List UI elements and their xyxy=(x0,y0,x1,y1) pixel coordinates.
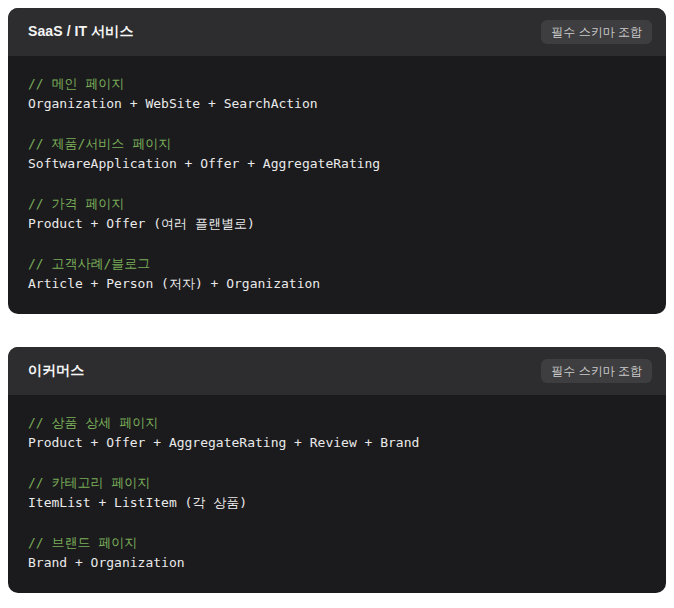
code-group-brand-page: // 브랜드 페이지 Brand + Organization xyxy=(28,533,646,573)
code-block: // 상품 상세 페이지 Product + Offer + Aggregate… xyxy=(8,395,666,593)
code-comment-line: // 카테고리 페이지 xyxy=(28,473,646,493)
code-line: Organization + WebSite + SearchAction xyxy=(28,94,646,114)
card-title: 이커머스 xyxy=(28,362,84,380)
page: SaaS / IT 서비스 필수 스키마 조합 // 메인 페이지 Organi… xyxy=(0,0,674,608)
code-line: Brand + Organization xyxy=(28,553,646,573)
card-title: SaaS / IT 서비스 xyxy=(28,23,134,41)
schema-card-ecommerce: 이커머스 필수 스키마 조합 // 상품 상세 페이지 Product + Of… xyxy=(8,347,666,593)
code-group-product-service-page: // 제품/서비스 페이지 SoftwareApplication + Offe… xyxy=(28,134,646,174)
code-group-case-blog-page: // 고객사례/블로그 Article + Person (저자) + Orga… xyxy=(28,254,646,294)
code-comment-line: // 고객사례/블로그 xyxy=(28,254,646,274)
card-header: SaaS / IT 서비스 필수 스키마 조합 xyxy=(8,8,666,56)
code-line: Article + Person (저자) + Organization xyxy=(28,274,646,294)
code-comment-line: // 가격 페이지 xyxy=(28,194,646,214)
required-schema-badge: 필수 스키마 조합 xyxy=(541,359,652,383)
code-group-main-page: // 메인 페이지 Organization + WebSite + Searc… xyxy=(28,74,646,114)
code-comment-line: // 상품 상세 페이지 xyxy=(28,413,646,433)
schema-card-saas-it: SaaS / IT 서비스 필수 스키마 조합 // 메인 페이지 Organi… xyxy=(8,8,666,314)
code-comment-line: // 제품/서비스 페이지 xyxy=(28,134,646,154)
code-group-pricing-page: // 가격 페이지 Product + Offer (여러 플랜별로) xyxy=(28,194,646,234)
code-comment-line: // 메인 페이지 xyxy=(28,74,646,94)
required-schema-badge: 필수 스키마 조합 xyxy=(541,20,652,44)
code-comment-line: // 브랜드 페이지 xyxy=(28,533,646,553)
code-line: SoftwareApplication + Offer + AggregateR… xyxy=(28,154,646,174)
code-line: ItemList + ListItem (각 상품) xyxy=(28,493,646,513)
code-block: // 메인 페이지 Organization + WebSite + Searc… xyxy=(8,56,666,314)
card-header: 이커머스 필수 스키마 조합 xyxy=(8,347,666,395)
code-line: Product + Offer (여러 플랜별로) xyxy=(28,214,646,234)
code-group-product-detail-page: // 상품 상세 페이지 Product + Offer + Aggregate… xyxy=(28,413,646,453)
code-group-category-page: // 카테고리 페이지 ItemList + ListItem (각 상품) xyxy=(28,473,646,513)
code-line: Product + Offer + AggregateRating + Revi… xyxy=(28,433,646,453)
